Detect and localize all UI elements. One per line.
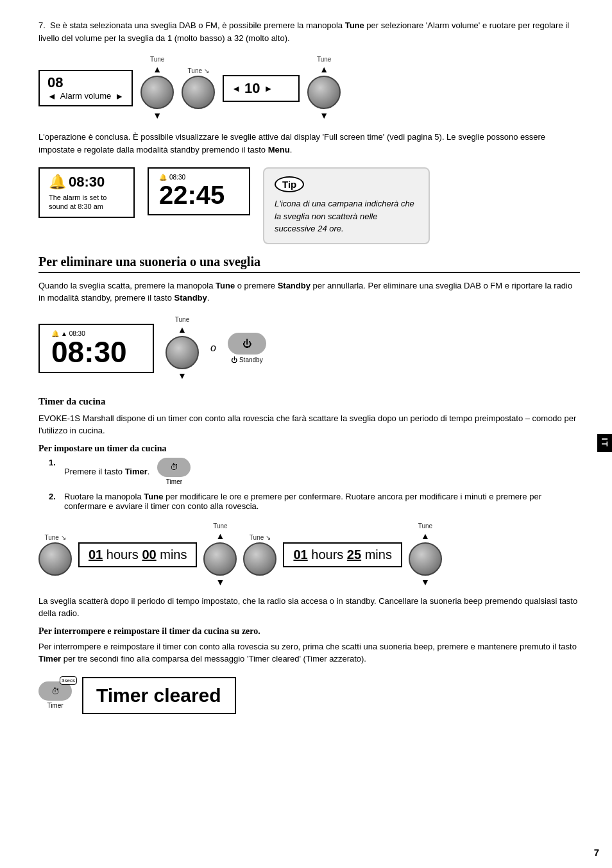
- timer-secs-icon: ⏱: [51, 687, 60, 696]
- language-tab: IT: [597, 434, 612, 452]
- tune-knob-1-wrap: Tune ▲ ▼: [140, 56, 174, 121]
- timer-button-1[interactable]: ⏱: [157, 458, 191, 477]
- tune-knob-t4: ▲ ▼: [409, 531, 442, 587]
- tune-knob-graphic-1: [140, 76, 174, 109]
- tune-knob-t3-wrap: Tune ↘: [243, 534, 276, 576]
- timer-paragraph-2: La sveglia scatterà dopo il periodo di t…: [38, 595, 580, 620]
- tune-knob-2: [182, 76, 215, 109]
- tune-knob-2-wrap: Tune ↘: [182, 67, 215, 109]
- timer-secs-badge: 3secs: [60, 676, 77, 685]
- alarm-bell-icon: 🔔: [49, 174, 66, 190]
- ar-big-time: 08:30: [51, 337, 141, 367]
- alarm-time-text: 08:30: [69, 174, 105, 190]
- clock-display: 🔔 08:30 22:45: [148, 167, 250, 215]
- eliminate-heading: Per eliminare una suoneria o una sveglia: [38, 255, 580, 273]
- timer-subheading-reset: Per interrompere e reimpostare il timer …: [38, 626, 580, 637]
- or-label: o: [210, 342, 216, 354]
- step-1-text: Premere il tasto Timer.: [64, 467, 149, 476]
- tune-arrow-up-1: ▲: [153, 64, 162, 74]
- timer-heading: Timer da cucina: [38, 396, 580, 407]
- tune-bold-step2: Tune: [144, 492, 163, 501]
- alarm-volume-diagram: 08 ◄ Alarm volume ► Tune ▲ ▼ Tune ↘ ◄ 10…: [38, 56, 580, 121]
- tune-arrow-down-elim: ▼: [178, 371, 187, 381]
- menu-bold: Menu: [268, 145, 290, 154]
- timer-paragraphs: La sveglia scatterà dopo il periodo di t…: [38, 595, 580, 665]
- tune-bold: Tune: [345, 21, 364, 30]
- tune-knob-graphic-3: [307, 76, 341, 109]
- tune-arrow-down-t2: ▼: [216, 577, 225, 587]
- tune-knob-graphic-t2: [203, 542, 237, 576]
- timer-steps: 1. Premere il tasto Timer. ⏱ Timer 2. Ru…: [38, 458, 580, 511]
- tip-title: Tip: [275, 176, 304, 192]
- tune-arrow-down-3: ▼: [319, 110, 328, 121]
- hours-display-1: 01 hours 00 mins: [78, 542, 197, 567]
- standby-bold-2: Standby: [174, 293, 207, 303]
- timer-hours-diagram: Tune ↘ 01 hours 00 mins Tune ▲ ▼ Tune ↘ …: [38, 522, 580, 587]
- tune-knob-t4-wrap: Tune ▲ ▼: [409, 522, 442, 587]
- page-number: 7: [594, 847, 599, 858]
- hours-display-2: 01 hours 25 mins: [283, 542, 402, 567]
- tune-label-1: Tune: [150, 56, 164, 63]
- tune-knob-t2: ▲ ▼: [203, 531, 237, 587]
- tune-label-t4: Tune: [418, 522, 432, 530]
- alarm-desc: The alarm is set to sound at 8:30 am: [49, 193, 124, 212]
- hours-label-2: hours: [311, 547, 347, 562]
- eliminate-paragraph: Quando la sveglia scatta, premere la man…: [38, 280, 580, 305]
- standby-button[interactable]: ⏻: [228, 333, 266, 355]
- conclusion-paragraph: L'operazione è conclusa. È possibile vis…: [38, 131, 580, 156]
- tune-label-t3: Tune ↘: [250, 534, 271, 541]
- tune-label-elim: Tune: [175, 316, 189, 323]
- timer-bold-step1: Timer: [125, 467, 148, 476]
- standby-label: ⏻ Standby: [228, 356, 266, 363]
- timer-bold-reset: Timer: [38, 654, 61, 664]
- tune-knob-elim-wrap: Tune ▲ ▼: [166, 316, 199, 381]
- hours-num-1: 01: [89, 547, 103, 562]
- timer-secs-button[interactable]: ⏱ 3secs: [38, 681, 72, 701]
- section-eliminate: Per eliminare una suoneria o una sveglia…: [38, 255, 580, 305]
- clock-small-time-text: 08:30: [169, 174, 185, 181]
- tune-label-2: Tune ↘: [188, 67, 209, 74]
- timer-subheading-set: Per impostare un timer da cucina: [38, 444, 580, 454]
- tune-arrow-up-elim: ▲: [178, 324, 187, 335]
- tune-knob-graphic-2: [182, 76, 215, 109]
- timer-cleared-diagram: ⏱ 3secs Timer Timer cleared: [38, 677, 580, 714]
- clock-small-time: 🔔 08:30: [159, 174, 185, 181]
- timer-btn-1-wrap: ⏱ Timer: [157, 458, 191, 485]
- mins-num-2: 25: [347, 547, 361, 562]
- arrow-right-icon: ►: [115, 91, 124, 101]
- tune-arrow-down-1: ▼: [153, 110, 162, 121]
- volume-10-row: ◄ 10 ►: [232, 80, 291, 97]
- tune-label-t2: Tune: [213, 522, 227, 530]
- tune-arrow-up-t2: ▲: [216, 531, 225, 541]
- step-2-text: Ruotare la manopola Tune per modificare …: [64, 492, 580, 511]
- tune-knob-graphic-t4: [409, 542, 442, 576]
- timer-secs-label: Timer: [47, 702, 63, 709]
- arrow-left-icon: ◄: [47, 91, 56, 101]
- timer-btn-1-label: Timer: [166, 478, 182, 485]
- tune-knob-1: ▲ ▼: [140, 64, 174, 121]
- timer-paragraph: EVOKE-1S Marshall dispone di un timer co…: [38, 412, 580, 437]
- timer-cleared-display: Timer cleared: [82, 677, 236, 714]
- tune-knob-t2-wrap: Tune ▲ ▼: [203, 522, 237, 587]
- tune-knob-graphic-elim: [166, 336, 199, 369]
- tune-arrow-down-t4: ▼: [421, 577, 430, 587]
- tune-knob-graphic-t3: [243, 542, 276, 576]
- section-timer: Timer da cucina EVOKE-1S Marshall dispon…: [38, 396, 580, 511]
- tune-knob-3: ▲ ▼: [307, 64, 341, 121]
- volume-10-value: 10: [244, 80, 260, 97]
- alarm-desc-line2: sound at 8:30 am: [49, 203, 103, 210]
- tip-text: L'icona di una campana indicherà che la …: [275, 197, 418, 235]
- power-icon: ⏻: [242, 338, 251, 349]
- hours-label-1: hours: [106, 547, 142, 562]
- tune-knob-t1: [38, 542, 72, 576]
- clock-bell-icon: 🔔: [159, 174, 167, 181]
- tune-label-t1: Tune ↘: [44, 534, 65, 541]
- mins-num-1: 00: [142, 547, 156, 562]
- alarm-desc-line1: The alarm is set to: [49, 194, 106, 201]
- clock-big-time: 22:45: [159, 181, 225, 209]
- alarm-ring-diagram: 🔔 ▲ 08:30 08:30 Tune ▲ ▼ o ⏻ ⏻ Standby: [38, 316, 580, 381]
- standby-bold-1: Standby: [278, 281, 310, 290]
- tune-label-3: Tune: [317, 56, 331, 63]
- step-2-num: 2.: [49, 492, 59, 501]
- timer-step-1: 1. Premere il tasto Timer. ⏱ Timer: [49, 458, 580, 485]
